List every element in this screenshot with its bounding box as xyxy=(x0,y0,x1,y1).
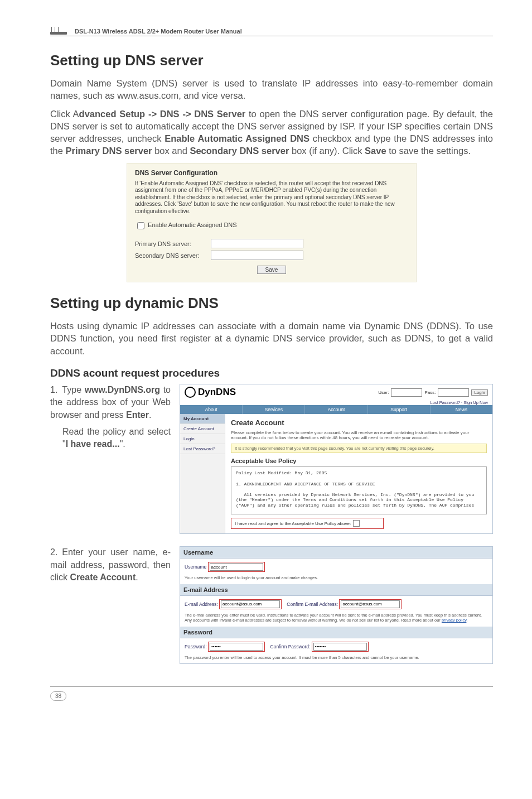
para-dns-instructions: Click Advanced Setup -> DNS -> DNS Serve… xyxy=(50,108,493,157)
email-label: E-mail Address: xyxy=(185,601,218,607)
email-input[interactable] xyxy=(221,600,280,608)
dns-config-screenshot: DNS Server Configuration If 'Enable Auto… xyxy=(127,163,417,283)
tab-account[interactable]: Account xyxy=(305,405,367,414)
tab-support[interactable]: Support xyxy=(368,405,431,414)
aup-title: Acceptable Use Policy xyxy=(231,458,487,464)
email-confirm-input[interactable] xyxy=(341,600,400,608)
user-input[interactable] xyxy=(391,388,422,397)
username-header: Username xyxy=(180,547,492,559)
tab-news[interactable]: News xyxy=(431,405,492,414)
auto-dns-checkbox-row: Enable Automatic Assigned DNS xyxy=(135,220,408,231)
manual-title: DSL-N13 Wireless ADSL 2/2+ Modem Router … xyxy=(75,28,242,35)
side-item-create[interactable]: Create Account xyxy=(180,424,225,434)
tab-about[interactable]: About xyxy=(180,405,243,414)
login-button[interactable]: Login xyxy=(471,389,488,396)
footer: 38 xyxy=(50,686,493,701)
password-input[interactable] xyxy=(210,643,263,651)
user-label: User: xyxy=(378,390,389,395)
dyndns-logo: DynDNS xyxy=(185,387,236,398)
para-ddns-intro: Hosts using dynamic IP addresses can ass… xyxy=(50,320,493,357)
tab-services[interactable]: Services xyxy=(243,405,305,414)
pass-label: Pass: xyxy=(424,390,436,395)
primary-dns-input[interactable] xyxy=(211,239,303,248)
password-confirm-label: Confirm Password: xyxy=(270,643,311,649)
side-head: My Account xyxy=(180,414,225,424)
email-note: The e-mail address you enter must be val… xyxy=(185,613,488,623)
primary-dns-label: Primary DNS server: xyxy=(135,240,207,247)
page-number: 38 xyxy=(50,691,66,701)
section-heading-dns: Setting up DNS server xyxy=(50,52,493,69)
para-dns-intro: Domain Name System (DNS) server is used … xyxy=(50,77,493,102)
side-item-login[interactable]: Login xyxy=(180,434,225,444)
step1-text: 1.Type www.DynDNS.org to the address box… xyxy=(50,384,171,451)
nav-tabs: About Services Account Support News xyxy=(180,405,492,414)
password-note: The password you enter will be used to a… xyxy=(185,655,488,660)
aup-agree-label: I have read and agree to the Acceptable … xyxy=(235,521,351,526)
section-heading-ddns: Setting up dynamic DNS xyxy=(50,295,493,312)
login-controls: User: Pass: Login xyxy=(378,388,488,397)
secondary-dns-label: Secondary DNS server: xyxy=(135,252,207,259)
aup-checkbox[interactable] xyxy=(353,520,360,527)
email-header: E-mail Address xyxy=(180,584,492,596)
save-button[interactable]: Save xyxy=(257,266,286,274)
auto-dns-label: Enable Automatic Assigned DNS xyxy=(148,222,237,229)
secondary-dns-input[interactable] xyxy=(211,251,303,260)
email-confirm-label: Confirm E-mail Address: xyxy=(287,601,338,607)
dyndns-screenshot: DynDNS User: Pass: Login Lost Password? … xyxy=(180,384,493,535)
password-confirm-input[interactable] xyxy=(313,643,367,651)
side-item-lostpw[interactable]: Lost Password? xyxy=(180,444,225,454)
router-icon xyxy=(50,22,70,35)
aup-agree-row: I have read and agree to the Acceptable … xyxy=(231,518,384,529)
side-nav: My Account Create Account Login Lost Pas… xyxy=(180,414,225,533)
signup-links[interactable]: Lost Password? · Sign Up Now xyxy=(180,400,492,405)
step2-text: 2.Enter your user name, e-mail address, … xyxy=(50,546,171,584)
security-note: It is strongly recommended that you visi… xyxy=(231,444,487,453)
username-label: Username xyxy=(185,564,206,570)
subheading-ddns-procedure: DDNS acount request procedures xyxy=(50,367,493,379)
password-header: Password xyxy=(180,627,492,638)
auto-dns-checkbox[interactable] xyxy=(137,222,144,229)
password-label: Password: xyxy=(185,643,207,649)
create-account-form-screenshot: Username Username Your username will be … xyxy=(180,546,493,664)
page-header: DSL-N13 Wireless ADSL 2/2+ Modem Router … xyxy=(50,22,493,36)
username-input[interactable] xyxy=(210,563,263,571)
privacy-link[interactable]: privacy policy xyxy=(442,618,466,623)
dns-box-desc: If 'Enable Automatic Assigned DNS' check… xyxy=(135,180,408,215)
username-note: Your username will be used to login to y… xyxy=(185,575,488,580)
aup-textbox[interactable]: Policy Last Modified: May 31, 2005 1. AC… xyxy=(231,466,487,514)
dns-box-title: DNS Server Configuration xyxy=(135,169,408,177)
panel-title: Create Account xyxy=(231,418,487,427)
panel-note: Please complete the form below to create… xyxy=(231,430,487,440)
pass-input[interactable] xyxy=(438,388,469,397)
